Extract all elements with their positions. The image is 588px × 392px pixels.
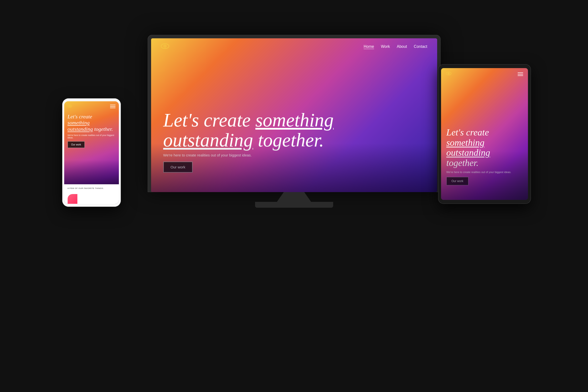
svg-point-5 [448, 73, 449, 74]
desktop-logo [161, 43, 169, 50]
desktop-hero-something: something [255, 109, 334, 130]
tablet-shell: Let's createsomethingoutstandingtogether… [438, 64, 531, 204]
mobile-cta-button[interactable]: Our work [68, 141, 85, 148]
mobile-bottom-section: A FEW OF OUR FAVORITE THINGS: [64, 184, 119, 204]
desktop-hero-subtitle: We're here to create realities out of yo… [163, 153, 425, 157]
mobile-hamburger-line-2 [110, 106, 116, 107]
mobile-hamburger-line-3 [110, 108, 116, 108]
nav-item-home[interactable]: Home [364, 44, 374, 49]
nav-item-work[interactable]: Work [381, 44, 390, 49]
tablet-hero-outstanding: outstanding [446, 148, 490, 158]
tablet-hero-something: something [446, 138, 484, 148]
tablet-hamburger-button[interactable] [518, 72, 523, 76]
nav-item-about[interactable]: About [397, 44, 407, 49]
mobile-logo [68, 104, 72, 108]
svg-point-2 [164, 46, 166, 46]
mobile-screen: Let's create something outstanding toget… [64, 101, 119, 204]
desktop-nav-links: Home Work About Contact [364, 44, 428, 49]
desktop-cta-button[interactable]: Our work [163, 162, 193, 172]
mobile-hero-something: something [68, 120, 90, 126]
tablet-hero-title: Let's createsomethingoutstandingtogether… [446, 128, 522, 168]
desktop-hero-title: Let's create something outstanding toget… [163, 110, 425, 150]
desktop-hero-outstanding: outstanding [163, 129, 253, 150]
mobile-hero: Let's create something outstanding toget… [68, 114, 116, 148]
mobile-favorites-label: A FEW OF OUR FAVORITE THINGS: [68, 187, 104, 190]
desktop-screen: Home Work About Contact Let's create som… [151, 38, 437, 192]
mobile-gradient-overlay [64, 160, 119, 184]
desktop-stand-neck [277, 192, 311, 202]
hamburger-line-3 [518, 76, 523, 76]
tablet-device: Let's createsomethingoutstandingtogether… [438, 64, 531, 204]
mobile-nav [64, 101, 119, 112]
tablet-screen: Let's createsomethingoutstandingtogether… [441, 68, 528, 200]
tablet-logo [446, 72, 451, 77]
mobile-hero-subtitle: We're here to create realities out of yo… [68, 134, 116, 139]
mobile-hero-outstanding: outstanding [68, 126, 93, 132]
tablet-cta-button[interactable]: Our work [446, 177, 469, 185]
hamburger-line-1 [518, 72, 523, 73]
scene: Home Work About Contact Let's create som… [38, 25, 550, 367]
desktop-hero: Let's create something outstanding toget… [163, 110, 425, 172]
nav-item-contact[interactable]: Contact [414, 44, 427, 49]
desktop-nav: Home Work About Contact [151, 38, 437, 55]
svg-point-8 [69, 106, 70, 106]
mobile-hero-title: Let's create something outstanding toget… [68, 114, 116, 132]
desktop-screen-wrapper: Home Work About Contact Let's create som… [148, 35, 440, 192]
tablet-hero: Let's createsomethingoutstandingtogether… [446, 128, 522, 185]
mobile-shell: Let's create something outstanding toget… [62, 98, 121, 207]
mobile-device: Let's create something outstanding toget… [62, 98, 121, 207]
desktop-stand-base [255, 202, 333, 208]
tablet-hero-subtitle: We're here to create realities out of yo… [446, 170, 522, 174]
hamburger-line-2 [518, 74, 523, 74]
mobile-hamburger-line-1 [110, 105, 116, 105]
mobile-accent-shape [68, 194, 77, 204]
tablet-nav [441, 68, 528, 80]
desktop-device: Home Work About Contact Let's create som… [148, 35, 440, 208]
mobile-hamburger-button[interactable] [110, 105, 116, 108]
